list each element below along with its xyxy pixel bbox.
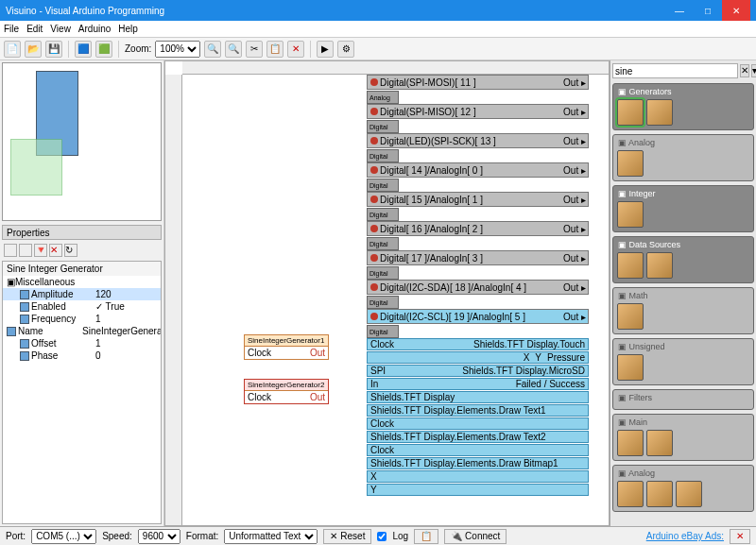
filter-icon[interactable]: 🔻 [34, 244, 47, 257]
palette-tile[interactable] [676, 481, 702, 507]
log-view-button[interactable]: 📋 [414, 529, 438, 544]
close-button[interactable]: ✕ [722, 0, 750, 21]
status-bar: Port: COM5 (...) Speed: 9600 Format: Unf… [0, 526, 756, 545]
property-tree[interactable]: Sine Integer Generator ▣ Miscellaneous A… [2, 261, 162, 524]
tft-text2[interactable]: Shields.TFT Display.Elements.Draw Text2 [367, 431, 589, 443]
prop-btn-2[interactable] [19, 244, 32, 257]
ads-link[interactable]: Arduino eBay Ads: [646, 531, 724, 541]
tft-display[interactable]: Shields.TFT Display [367, 391, 589, 403]
search-opt-1[interactable]: ▾ [751, 64, 756, 77]
minimize-button[interactable]: — [665, 0, 694, 21]
zoom-select[interactable]: 100% [155, 41, 200, 58]
palette-tile[interactable] [617, 481, 644, 507]
pin-4[interactable]: Digital[ 15 ]/AnalogIn[ 1 ]Out ▸ [367, 192, 589, 207]
title-bar: Visuino - Visual Arduino Programming — □… [0, 0, 756, 21]
config-button[interactable]: ⚙ [337, 41, 354, 58]
prop-name[interactable]: NameSineIntegerGenerator2 [3, 325, 161, 337]
palette-tile[interactable] [646, 99, 673, 126]
prop-amplitude[interactable]: Amplitude120 [3, 288, 161, 300]
menu-help[interactable]: Help [118, 24, 138, 34]
ads-close-button[interactable]: ✕ [730, 529, 750, 544]
palette-tile[interactable] [617, 303, 644, 330]
search-input[interactable] [612, 63, 738, 78]
palette-tile[interactable] [617, 201, 644, 228]
save-button[interactable]: 💾 [45, 41, 62, 58]
connect-button[interactable]: 🔌 Connect [444, 529, 507, 544]
tft-clock2[interactable]: Clock [367, 444, 589, 456]
arduino-board[interactable]: Digital(SPI-MOSI)[ 11 ]Out ▸AnalogDigita… [367, 75, 589, 497]
ruler-horizontal [182, 61, 609, 75]
menu-file[interactable]: File [4, 24, 19, 34]
menu-view[interactable]: View [50, 24, 71, 34]
pin-6[interactable]: Digital[ 17 ]/AnalogIn[ 3 ]Out ▸ [367, 250, 589, 265]
tft-y[interactable]: Y [367, 484, 589, 496]
prop-btn-1[interactable] [4, 244, 17, 257]
properties-toolbar: 🔻 ✕ ↻ [0, 242, 163, 259]
palette-tile[interactable] [646, 481, 673, 507]
open-button[interactable]: 📂 [25, 41, 42, 58]
pin-5[interactable]: Digital[ 16 ]/AnalogIn[ 2 ]Out ▸ [367, 221, 589, 236]
tft-touch[interactable]: ClockShields.TFT Display.Touch [367, 338, 589, 350]
log-checkbox[interactable] [377, 532, 387, 541]
cut-button[interactable]: ✂ [246, 41, 263, 58]
port-select[interactable]: COM5 (...) [31, 529, 96, 544]
menu-edit[interactable]: Edit [26, 24, 43, 34]
pin-0[interactable]: Digital(SPI-MOSI)[ 11 ]Out ▸ [367, 75, 589, 90]
canvas-area[interactable]: SineIntegerGenerator1 ClockOut SineInteg… [182, 75, 609, 525]
pin-3[interactable]: Digital[ 14 ]/AnalogIn[ 0 ]Out ▸ [367, 162, 589, 178]
palette-group-data-sources: ▣ Data Sources [612, 236, 754, 283]
palette-tile[interactable] [617, 99, 644, 126]
reset-button[interactable]: ✕ Reset [323, 529, 371, 544]
maximize-button[interactable]: □ [694, 0, 722, 21]
prop-phase[interactable]: Phase0 [3, 349, 161, 362]
paste-button[interactable]: 📋 [266, 41, 284, 58]
palette-groups[interactable]: ▣ Generators▣ Analog▣ Integer▣ Data Sour… [610, 81, 756, 526]
pin-7[interactable]: Digital(I2C-SDA)[ 18 ]/AnalogIn[ 4 ]Out … [367, 280, 589, 295]
palette-group-unsigned: ▣ Unsigned [612, 338, 754, 385]
pin-2[interactable]: Digital(LED)(SPI-SCK)[ 13 ]Out ▸ [367, 133, 589, 148]
delete-button[interactable]: ✕ [287, 41, 304, 58]
pin-1[interactable]: Digital(SPI-MISO)[ 12 ]Out ▸ [367, 104, 589, 119]
board-button[interactable]: 🟦 [75, 41, 92, 58]
pin-8[interactable]: Digital(I2C-SCL)[ 19 ]/AnalogIn[ 5 ]Out … [367, 309, 589, 324]
prop-enabled[interactable]: Enabled✓ True [3, 300, 161, 313]
palette-tile[interactable] [617, 150, 644, 177]
zoom-in-button[interactable]: 🔍 [204, 41, 221, 58]
pin-label-0: Analog [367, 91, 399, 104]
search-clear-button[interactable]: ✕ [740, 64, 749, 77]
speed-label: Speed: [102, 531, 132, 541]
prop-frequency[interactable]: Frequency1 [3, 313, 161, 325]
preview-panel[interactable] [2, 62, 162, 221]
prop-delete-button[interactable]: ✕ [49, 244, 62, 257]
properties-header: Properties [2, 225, 162, 240]
tft-text1[interactable]: Shields.TFT Display.Elements.Draw Text1 [367, 404, 589, 417]
tft-bitmap[interactable]: Shields.TFT Display.Elements.Draw Bitmap… [367, 457, 589, 469]
palette-tile[interactable] [617, 354, 644, 381]
zoom-out-button[interactable]: 🔍 [225, 41, 242, 58]
new-button[interactable]: 📄 [4, 41, 21, 58]
prop-refresh-button[interactable]: ↻ [64, 244, 77, 257]
prop-offset[interactable]: Offset1 [3, 337, 161, 349]
pin-label-5: Digital [367, 237, 399, 250]
palette-tile[interactable] [617, 252, 644, 279]
palette-group-math: ▣ Math [612, 287, 754, 334]
tft-clock1[interactable]: Clock [367, 417, 589, 430]
sine-generator-2[interactable]: SineIntegerGenerator2 ClockOut [244, 379, 329, 404]
prop-group[interactable]: ▣ Miscellaneous [3, 276, 161, 288]
sine-generator-1[interactable]: SineIntegerGenerator1 ClockOut [244, 334, 329, 360]
main-area: Properties 🔻 ✕ ↻ Sine Integer Generator … [0, 60, 756, 526]
board2-button[interactable]: 🟩 [95, 41, 112, 58]
upload-button[interactable]: ▶ [317, 41, 334, 58]
tft-in[interactable]: InFailed / Success [367, 378, 589, 390]
palette-tile[interactable] [646, 252, 673, 279]
log-label: Log [392, 531, 408, 541]
palette-tile[interactable] [617, 430, 644, 456]
pin-label-3: Digital [367, 179, 399, 192]
menu-arduino[interactable]: Arduino [78, 24, 111, 34]
palette-tile[interactable] [646, 430, 673, 456]
tft-x[interactable]: X [367, 470, 589, 483]
speed-select[interactable]: 9600 [138, 529, 180, 544]
tft-spi[interactable]: SPIShields.TFT Display.MicroSD [367, 365, 589, 377]
design-canvas[interactable]: SineIntegerGenerator1 ClockOut SineInteg… [164, 60, 610, 526]
format-select[interactable]: Unformatted Text [224, 529, 318, 544]
